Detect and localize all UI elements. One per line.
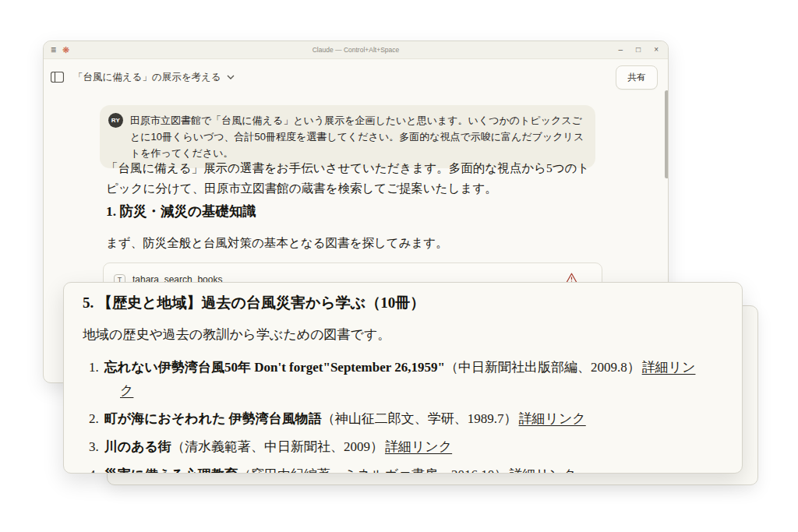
book-detail-link[interactable]: 詳細リンク	[385, 439, 452, 454]
assistant-intro-text: 「台風に備える」展示の選書をお手伝いさせていただきます。多面的な視点から5つのト…	[106, 158, 595, 199]
maximize-button[interactable]: □	[636, 46, 641, 54]
book-detail-link[interactable]: 詳細リンク	[519, 411, 586, 426]
share-button[interactable]: 共有	[616, 65, 658, 90]
conversation-title: 「台風に備える」の展示を考える	[73, 71, 221, 84]
book-meta: （清水義範著、中日新聞社、2009）	[171, 439, 383, 454]
book-number: 2.	[89, 411, 99, 426]
conversation-title-menu[interactable]: 「台風に備える」の展示を考える	[73, 71, 235, 84]
book-title: 町が海におそわれた 伊勢湾台風物語	[104, 411, 322, 426]
book-list-item: 1.忘れない伊勢湾台風50年 Don't forget"September 26…	[89, 356, 706, 403]
section-1-heading: 1. 防災・減災の基礎知識	[106, 202, 256, 220]
scrollbar-thumb[interactable]	[665, 90, 669, 178]
conversation-header: 「台風に備える」の展示を考える 共有	[44, 58, 668, 96]
section-1-text: まず、防災全般と台風対策の基本となる図書を探してみます。	[106, 233, 595, 252]
book-title: 災害に備える心理教育	[104, 467, 238, 474]
overlay-card-description: 地域の歴史や過去の教訓から学ぶための図書です。	[83, 326, 723, 344]
book-number: 3.	[89, 439, 99, 454]
book-number: 4.	[89, 467, 99, 474]
user-message-text: 田原市立図書館で「台風に備える」という展示を企画したいと思います。いくつかのトピ…	[130, 112, 584, 161]
book-number: 1.	[89, 360, 99, 375]
minimize-button[interactable]: –	[619, 46, 623, 54]
book-title: 川のある街	[104, 439, 171, 454]
sidebar-panel-icon	[51, 72, 64, 83]
overlay-card-front: 5. 【歴史と地域】過去の台風災害から学ぶ（10冊） 地域の歴史や過去の教訓から…	[63, 282, 743, 474]
window-title: Claude — Control+Alt+Space	[44, 46, 668, 54]
book-title: 忘れない伊勢湾台風50年 Don't forget"September 26,1…	[104, 360, 445, 375]
book-meta: （窪田由紀編著、ミネルヴァ書房、2016.10）	[238, 467, 507, 474]
book-list: 1.忘れない伊勢湾台風50年 Don't forget"September 26…	[83, 356, 706, 474]
user-avatar: RY	[108, 113, 123, 128]
book-meta: （中日新聞社出版部編、2009.8）	[445, 360, 641, 375]
overlay-card-heading: 5. 【歴史と地域】過去の台風災害から学ぶ（10冊）	[83, 293, 723, 313]
close-button[interactable]: ×	[654, 46, 659, 54]
book-list-item: 2.町が海におそわれた 伊勢湾台風物語（神山征二郎文、学研、1989.7）詳細リ…	[89, 407, 706, 431]
book-meta: （神山征二郎文、学研、1989.7）	[322, 411, 517, 426]
book-detail-link[interactable]: 詳細リンク	[509, 467, 576, 474]
book-list-item: 4.災害に備える心理教育（窪田由紀編著、ミネルヴァ書房、2016.10）詳細リン…	[89, 463, 706, 474]
titlebar: ≡ ❋ Claude — Control+Alt+Space – □ ×	[44, 41, 668, 59]
sidebar-toggle-icon[interactable]	[51, 72, 64, 83]
book-list-item: 3.川のある街（清水義範著、中日新聞社、2009）詳細リンク	[89, 435, 706, 459]
chevron-down-icon	[227, 75, 235, 79]
